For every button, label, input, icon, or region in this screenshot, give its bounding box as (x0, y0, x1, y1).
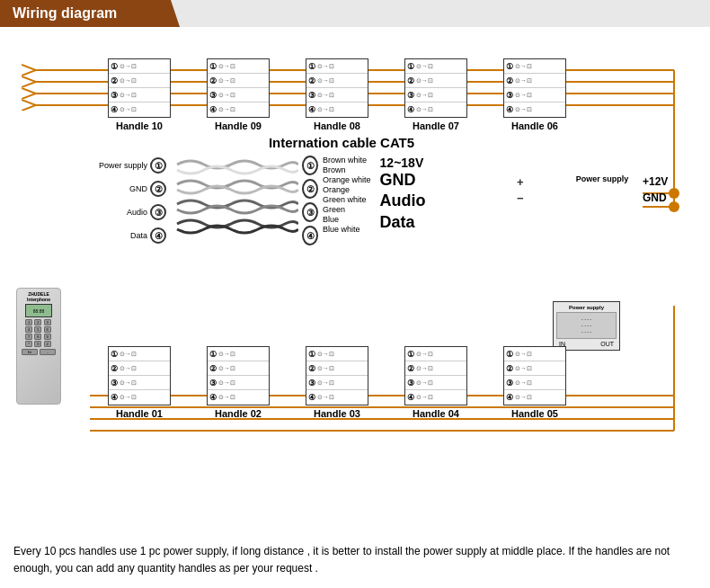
color-labels: Brown white Brown Orange white Orange Gr… (323, 156, 371, 235)
handle-08: ①⊙→⊡ ②⊙→⊡ ③⊙→⊡ ④⊙→⊡ Handle 08 (306, 58, 368, 131)
handle-09: ①⊙→⊡ ②⊙→⊡ ③⊙→⊡ ④⊙→⊡ Handle 09 (207, 58, 270, 131)
cable-svg (173, 156, 298, 245)
voltage-section: 12~18V GND Audio Data (380, 156, 426, 233)
circle-4-left: ④ (150, 227, 166, 244)
power-box: Power supply - - - -- - - -- - - - INOUT (553, 301, 620, 351)
title-bar: Wiring diagram (0, 0, 180, 27)
label-audio: Audio (127, 208, 147, 217)
circle-2-left: ② (150, 181, 166, 197)
circle-3-left: ③ (150, 204, 166, 220)
handle-05: ①⊙→⊡ ②⊙→⊡ ③⊙→⊡ ④⊙→⊡ Handle 05 (503, 346, 566, 419)
svg-point-16 (669, 201, 679, 212)
circle-1-left: ① (150, 157, 166, 174)
label-data: Data (130, 231, 147, 240)
plus-label: +12V (643, 175, 668, 188)
label-gnd: GND (129, 184, 147, 193)
diagram-area: ①⊙→⊡ ②⊙→⊡ ③⊙→⊡ ④⊙→⊡ Handle 10 ①⊙→⊡ ②⊙→⊡ … (0, 27, 710, 588)
handle-device: ZHUDELEInterphone 88:88 123 456 789 *0# … (16, 288, 61, 405)
minus-label: GND (643, 192, 667, 204)
handle-01: ①⊙→⊡ ②⊙→⊡ ③⊙→⊡ ④⊙→⊡ Handle 01 (108, 346, 171, 419)
handle-04: ①⊙→⊡ ②⊙→⊡ ③⊙→⊡ ④⊙→⊡ Handle 04 (404, 346, 467, 419)
handle-07: ①⊙→⊡ ②⊙→⊡ ③⊙→⊡ ④⊙→⊡ Handle 07 (404, 58, 467, 131)
main-container: Wiring diagram (0, 0, 710, 588)
power-supply-unit: Power supply - - - -- - - -- - - - INOUT… (566, 171, 638, 183)
minus-symbol: − (517, 192, 524, 205)
handle-03: ①⊙→⊡ ②⊙→⊡ ③⊙→⊡ ④⊙→⊡ Handle 03 (306, 346, 368, 419)
plus-symbol: + (517, 175, 524, 189)
svg-point-15 (669, 188, 679, 199)
handle-02: ①⊙→⊡ ②⊙→⊡ ③⊙→⊡ ④⊙→⊡ Handle 02 (207, 346, 270, 419)
bottom-text: Every 10 pcs handles use 1 pc power supp… (13, 543, 697, 577)
label-power: Power supply (99, 161, 147, 170)
circle-3-right: ③ (302, 202, 318, 222)
circle-1-right: ① (302, 156, 318, 175)
cat5-section: Internation cable CAT5 Power supply ① GN… (90, 135, 593, 245)
handle-06: ①⊙→⊡ ②⊙→⊡ ③⊙→⊡ ④⊙→⊡ Handle 06 (503, 58, 566, 131)
handle-10: ①⊙→⊡ ②⊙→⊡ ③⊙→⊡ ④⊙→⊡ Handle 10 (108, 58, 171, 131)
circle-4-right: ④ (302, 226, 318, 245)
circle-2-right: ② (302, 179, 318, 199)
